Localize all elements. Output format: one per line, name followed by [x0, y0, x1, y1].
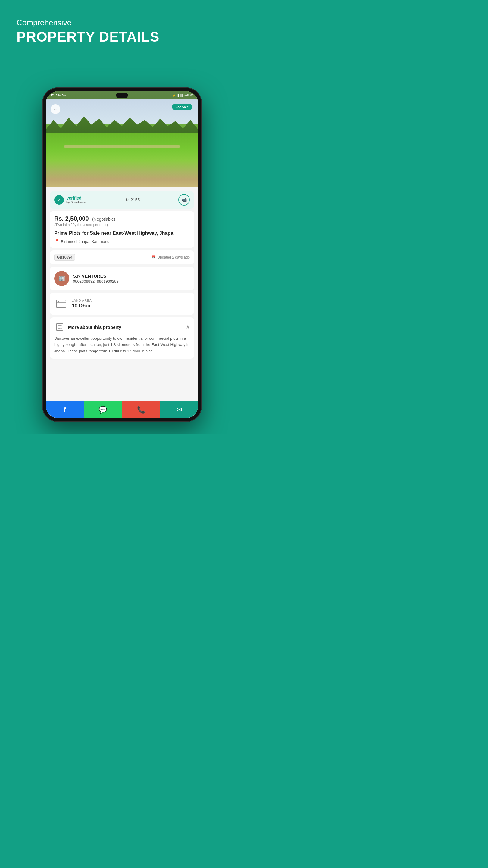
field-path	[64, 145, 180, 148]
agent-info: S.K VENTURES 9802308892, 9801969289	[73, 273, 119, 284]
agent-name: S.K VENTURES	[73, 273, 119, 278]
location-text: Birtamod, Jhapa, Kathmandu	[61, 239, 111, 244]
price-sub: (Two lakh fifty thousand per dhur)	[54, 223, 190, 227]
battery-icon: 85	[190, 94, 193, 97]
svg-point-1	[59, 301, 59, 302]
more-section[interactable]: More about this property ∧ Discover an e…	[50, 317, 194, 358]
back-arrow-icon: ←	[53, 107, 58, 112]
message-button[interactable]: ✉	[160, 401, 198, 418]
more-title-row: More about this property	[54, 321, 121, 333]
land-area-value: 10 Dhur	[72, 303, 92, 309]
signal-icon: ▐▐▐	[177, 94, 183, 97]
content-area[interactable]: ✓ Verified by Gharbazar 👁 2155 📹 Rs.	[46, 187, 198, 418]
property-image: 27 13.9KB/s ⚡ ▐▐▐ WiFi 85 ← For Sale	[46, 91, 198, 187]
call-button[interactable]: 📞	[122, 401, 160, 418]
wifi-icon: WiFi	[184, 94, 189, 97]
verified-label: Verified	[66, 195, 87, 200]
agent-avatar: 🏢	[54, 271, 69, 286]
land-area-icon	[54, 297, 68, 311]
agent-avatar-icon: 🏢	[59, 275, 65, 282]
views-count: 2155	[130, 197, 140, 202]
price-line: Rs. 2,50,000 (Negotiable)	[54, 215, 190, 222]
facebook-icon: f	[64, 406, 66, 413]
location-icon: 📍	[54, 239, 59, 244]
verified-info: Verified by Gharbazar	[66, 195, 87, 204]
header-subtitle: Comprehensive	[17, 18, 159, 27]
verified-left: ✓ Verified by Gharbazar	[54, 195, 87, 205]
chevron-up-icon: ∧	[186, 324, 190, 330]
land-section: LAND AREA 10 Dhur	[50, 293, 194, 315]
property-title: Prime Plots for Sale near East-West High…	[54, 230, 190, 237]
agent-section: 🏢 S.K VENTURES 9802308892, 9801969289	[50, 267, 194, 290]
updated-text: Updated 2 days ago	[158, 255, 190, 259]
facebook-button[interactable]: f	[46, 401, 84, 418]
status-bar: 27 13.9KB/s ⚡ ▐▐▐ WiFi 85	[46, 91, 198, 99]
phone-frame: 27 13.9KB/s ⚡ ▐▐▐ WiFi 85 ← For Sale	[42, 87, 202, 422]
land-area-info: LAND AREA 10 Dhur	[72, 299, 92, 309]
status-right: ⚡ ▐▐▐ WiFi 85	[172, 94, 193, 97]
for-sale-badge: For Sale	[172, 104, 192, 110]
video-icon: 📹	[182, 197, 187, 202]
property-id-badge: GB10694	[54, 254, 75, 261]
land-area-label: LAND AREA	[72, 299, 92, 302]
video-button[interactable]: 📹	[178, 194, 190, 206]
views-area: 👁 2155	[125, 197, 140, 202]
header-section: Comprehensive PROPERTY DETAILS	[17, 18, 159, 45]
back-button[interactable]: ←	[51, 104, 60, 114]
phone-screen: 27 13.9KB/s ⚡ ▐▐▐ WiFi 85 ← For Sale	[46, 91, 198, 418]
property-id-bar: GB10694 📅 Updated 2 days ago	[50, 250, 194, 264]
eye-icon: 👁	[125, 197, 129, 202]
calendar-icon: 📅	[151, 255, 156, 259]
bluetooth-icon: ⚡	[172, 94, 175, 97]
more-header: More about this property ∧	[54, 321, 190, 333]
price-negotiable: (Negotiable)	[92, 217, 115, 221]
message-icon: ✉	[176, 406, 182, 414]
price-section: Rs. 2,50,000 (Negotiable) (Two lakh fift…	[50, 211, 194, 248]
spacer	[46, 359, 198, 380]
verified-sub: by Gharbazar	[66, 200, 87, 204]
green-field	[46, 133, 198, 187]
camera-notch	[116, 93, 128, 98]
bottom-action-bar: f 💬 📞 ✉	[46, 401, 198, 418]
status-left: 27 13.9KB/s	[51, 94, 66, 97]
more-icon	[54, 321, 65, 333]
location-row: 📍 Birtamod, Jhapa, Kathmandu	[54, 239, 190, 244]
call-icon: 📞	[137, 406, 145, 414]
agent-phone: 9802308892, 9801969289	[73, 279, 119, 284]
price-amount: Rs. 2,50,000	[54, 215, 89, 222]
whatsapp-button[interactable]: 💬	[84, 401, 122, 418]
verified-icon: ✓	[54, 195, 64, 205]
updated-row: 📅 Updated 2 days ago	[151, 255, 190, 259]
verified-bar: ✓ Verified by Gharbazar 👁 2155 📹	[50, 191, 194, 209]
more-description: Discover an excellent opportunity to own…	[54, 336, 190, 354]
whatsapp-icon: 💬	[99, 406, 107, 414]
header-title: PROPERTY DETAILS	[17, 29, 159, 45]
more-title: More about this property	[68, 324, 121, 330]
